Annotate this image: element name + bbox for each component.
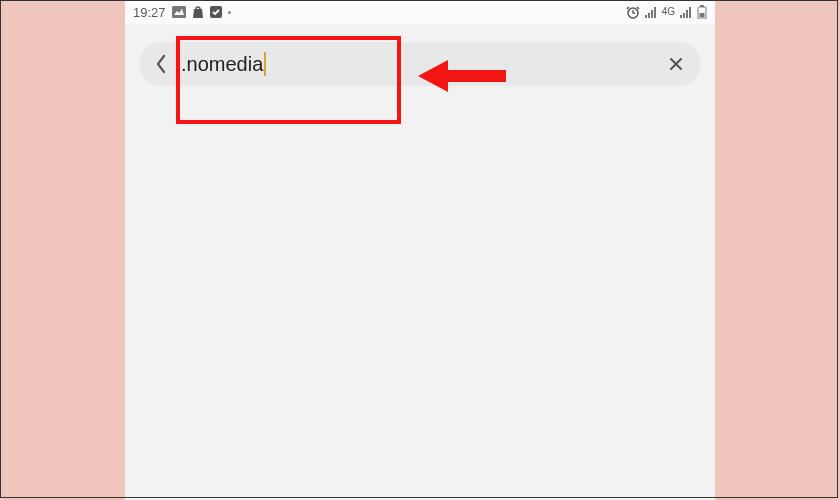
status-time: 19:27: [133, 5, 166, 20]
status-bar: 19:27 4G: [125, 0, 715, 24]
svg-rect-6: [654, 7, 656, 18]
svg-rect-4: [648, 13, 650, 18]
search-bar: .nomedia: [139, 42, 701, 86]
svg-rect-9: [686, 10, 688, 18]
gallery-icon: [172, 6, 186, 18]
svg-rect-7: [680, 15, 682, 18]
svg-rect-5: [651, 10, 653, 18]
svg-rect-0: [172, 6, 186, 18]
search-input[interactable]: .nomedia: [181, 52, 653, 76]
bag-icon: [192, 6, 204, 19]
phone-screen: 19:27 4G: [125, 0, 715, 500]
svg-rect-10: [689, 7, 691, 18]
svg-rect-8: [683, 13, 685, 18]
alarm-icon: [626, 5, 640, 19]
back-icon[interactable]: [155, 54, 167, 74]
more-dot-icon: [228, 11, 231, 14]
clear-icon[interactable]: [667, 55, 685, 73]
text-cursor: [264, 52, 266, 76]
signal-icon-1: [645, 7, 657, 18]
search-input-value: .nomedia: [181, 53, 263, 76]
status-left: 19:27: [133, 5, 231, 20]
status-right: 4G: [626, 5, 707, 19]
svg-rect-3: [645, 15, 647, 18]
battery-icon: [697, 5, 707, 19]
signal-icon-2: [680, 7, 692, 18]
checkbox-icon: [210, 6, 222, 18]
network-label: 4G: [662, 7, 675, 17]
svg-rect-13: [700, 13, 705, 18]
